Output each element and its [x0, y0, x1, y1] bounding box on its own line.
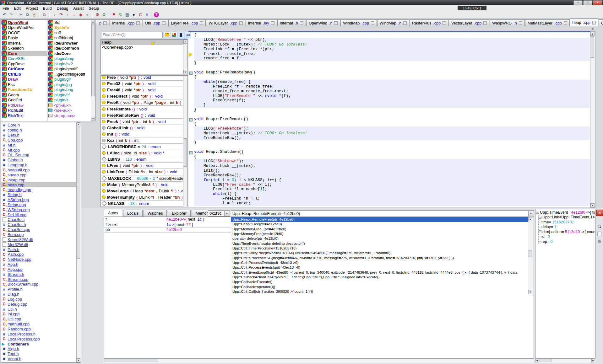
file-item[interactable]: CFheapdbg.cpp — [1, 187, 77, 192]
file-item[interactable]: CFString.cpp — [1, 202, 77, 207]
tab-Internal[interactable]: Internal.h — [277, 19, 306, 26]
copy-icon[interactable]: ⧉ — [24, 12, 31, 18]
stack-frame-item[interactable]: Upp::MemoryFree_(ptr=4e12be0) — [231, 227, 529, 232]
scroll-thumb[interactable] — [540, 359, 552, 362]
package-item[interactable]: <temp-aux> — [47, 113, 91, 118]
package-item[interactable]: RichEdit — [1, 108, 47, 113]
tab-close-icon[interactable] — [103, 21, 107, 25]
package-item[interactable]: plugin/gif — [47, 77, 91, 82]
package-item[interactable]: <ide-aux> — [47, 108, 91, 113]
package-item[interactable]: RichText — [1, 113, 47, 118]
file-item[interactable]: CharSet.i — [1, 217, 77, 222]
member-item[interactable]: Free48(void *ptr) : void — [101, 87, 183, 93]
package-item[interactable]: SysInfo — [47, 25, 91, 30]
file-item[interactable]: #String.h — [1, 192, 77, 197]
notepad-icon[interactable] — [596, 231, 602, 237]
file-item[interactable]: CPath.cpp — [1, 252, 77, 257]
file-item[interactable]: CFheaputil.cpp — [1, 168, 77, 173]
package-item[interactable]: PdfDraw — [1, 103, 47, 108]
stack-frame-item[interactable]: Upp::Ctrl::UtilityProc(hWnd=a10710->{ un… — [231, 251, 529, 255]
file-item[interactable]: #HeapImp.h — [1, 163, 77, 168]
tab-close-icon[interactable] — [443, 21, 446, 25]
stack-frame-item[interactable]: Upp::Ctrl::Call(cb={ action=3900f20->{ c… — [231, 289, 529, 294]
file-item[interactable]: CDebug.cpp — [1, 302, 77, 307]
stop-debug-icon[interactable]: ● — [84, 12, 90, 18]
package-item[interactable]: Fplugin/z — [47, 98, 91, 103]
help-icon[interactable]: ? — [154, 12, 159, 17]
package-item[interactable]: CtrlLib — [1, 72, 47, 77]
menu-item-edit[interactable]: Edit — [11, 6, 23, 11]
file-item[interactable]: #Global.h — [1, 158, 77, 163]
debugger-tab-locals[interactable]: Locals — [123, 210, 143, 217]
package-item[interactable]: ide/Core — [47, 51, 91, 56]
find-input[interactable] — [101, 32, 163, 38]
package-item[interactable]: Draw — [1, 77, 47, 82]
package-item[interactable]: FCppBase — [1, 61, 47, 67]
package-item[interactable]: Fplugin/bz2 — [47, 61, 91, 67]
collapse-icon[interactable]: - — [536, 211, 539, 214]
file-item[interactable]: CFmathutil.cpp — [1, 322, 77, 327]
inspector-node[interactable]: rep=0 — [539, 239, 595, 244]
stack-frame-item[interactable]: Upp::Callback::Execute() — [231, 280, 529, 284]
file-item[interactable]: Mpr32W.dli — [1, 242, 77, 247]
tab-p[interactable]: p — [95, 19, 109, 26]
file-item[interactable]: CMt.cpp — [1, 147, 77, 153]
scroll-down-icon[interactable]: ▼ — [590, 203, 595, 207]
member-item[interactable]: LBINS = 113 : enum — [101, 156, 183, 163]
member-scrollbar[interactable] — [183, 76, 187, 207]
tab-RasterPlus[interactable]: RasterPlus.cpp — [410, 19, 448, 26]
scroll-down-icon[interactable]: ▼ — [183, 70, 187, 74]
member-item[interactable]: Make(MemoryProfile& f) : void — [101, 182, 183, 188]
file-item[interactable]: COL_Set.cpp — [1, 153, 77, 158]
package-item[interactable]: OpenWindPro — [1, 25, 47, 30]
package-item[interactable]: Skeleton — [1, 46, 47, 51]
package-item[interactable]: GridCtrl — [1, 98, 47, 103]
file-item[interactable]: CLog.cpp — [1, 297, 77, 302]
scope-toggle-button[interactable] — [178, 32, 184, 38]
member-item[interactable]: Init() : void — [101, 131, 183, 137]
menu-item-setup[interactable]: Setup — [86, 6, 102, 11]
member-item[interactable]: LARGEHDRSZ = 24 : enum — [101, 144, 183, 150]
member-item[interactable]: MAXBLOCK = 65536 - 2 * sizeof(Header) - — [101, 175, 183, 182]
package-item[interactable]: ide/Common — [47, 46, 91, 51]
inspector-node[interactable]: -Upp::TimeEvent=4e12bf0->{ time — [536, 210, 595, 215]
expand-icon[interactable]: + — [539, 216, 541, 219]
step-into-icon[interactable]: ↓ — [51, 12, 57, 18]
package-item[interactable]: Basic — [1, 35, 47, 41]
package-item[interactable]: Core/SSL — [1, 56, 47, 62]
file-item[interactable]: CApp.cpp — [1, 267, 77, 272]
stack-frame-item[interactable]: Upp::Ctrl::ProcessEvents(quit=43ec13->0) — [231, 265, 529, 270]
tab-close-icon[interactable] — [519, 21, 522, 25]
member-item[interactable]: FreeRemote() : void — [101, 106, 183, 112]
file-item[interactable]: #Core.h — [1, 123, 77, 128]
expand-icon[interactable]: + — [539, 230, 541, 233]
file-item[interactable]: #LocalProcess.h — [1, 331, 77, 336]
close-inspector-icon[interactable]: ✕ — [596, 210, 603, 216]
build-icon[interactable]: ⚙ — [101, 12, 107, 18]
tab-VectorLayer[interactable]: VectorLayer.cpp — [449, 19, 489, 26]
inspector-hscrollbar[interactable]: ◀ ▶ — [535, 358, 595, 363]
package-item[interactable]: ide/Browser — [47, 40, 91, 46]
package-item[interactable]: plugin/jpg — [47, 82, 91, 87]
file-item[interactable]: #Profile.h — [1, 287, 77, 292]
table-icon[interactable]: ▦ — [124, 12, 130, 18]
copy-special-icon[interactable]: ⧉ — [41, 12, 47, 18]
navigate-back-icon[interactable]: ↶ — [1, 12, 8, 18]
column-divider[interactable] — [164, 217, 164, 233]
code-editor[interactable]: { LLOG("RemoteFree " << ptr); Mutex::Loc… — [188, 31, 595, 207]
tab-close-icon[interactable] — [162, 21, 166, 25]
tab-heap[interactable]: heap.cpp — [570, 19, 598, 26]
scroll-down-icon[interactable]: ▼ — [91, 117, 95, 121]
stack-frame-item[interactable]: Upp::Ctrl::EventLoop0(ctrl=43ed80->{ par… — [231, 270, 529, 275]
member-item[interactable]: LAlloc(size_t& size) : void * — [101, 150, 183, 156]
paste-icon[interactable]: ⎘ — [31, 12, 37, 18]
scroll-thumb[interactable] — [591, 36, 594, 58]
member-item[interactable]: LinkFree(DLink *b, int size) : void — [101, 169, 183, 175]
package-item[interactable]: Fcoff — [47, 30, 91, 35]
stack-frame-item[interactable]: operator delete(ptr=4e12bf0) — [231, 236, 529, 241]
file-item[interactable]: #Algo.h — [1, 346, 77, 351]
bomb-icon[interactable]: ● — [131, 12, 137, 18]
file-item[interactable]: #AString.hpp — [1, 197, 77, 202]
toggle-breakpoint-icon[interactable]: ◆ — [78, 12, 84, 18]
file-item[interactable]: #App.h — [1, 262, 77, 267]
